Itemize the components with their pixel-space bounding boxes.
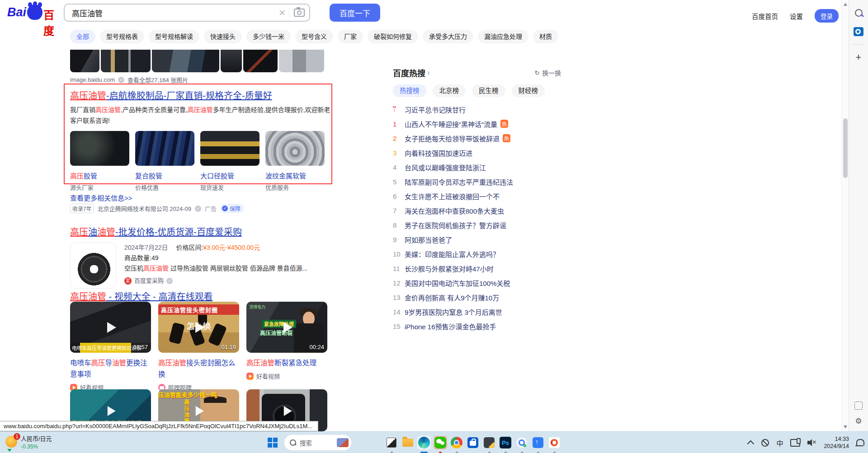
hot-item[interactable]: 6女生许愿不上班被浪撤回一个不: [393, 189, 561, 203]
product-image[interactable]: [135, 131, 194, 166]
hot-item[interactable]: 9阿如那当爸爸了: [393, 232, 561, 247]
hot-item[interactable]: 3向着科技强国加速迈进: [393, 145, 561, 160]
hot-tab-trending[interactable]: 热搜榜: [393, 84, 426, 97]
camera-icon[interactable]: [289, 9, 309, 17]
taskbar-clock[interactable]: 14:33 2024/9/14: [824, 435, 849, 450]
notes-app-icon[interactable]: [482, 436, 496, 449]
hot-item[interactable]: 15iPhone 16预售沙漠金色最抢手: [393, 319, 561, 333]
video-result-title[interactable]: 高压油管 - 视频大全 - 高清在线观看: [70, 290, 213, 303]
taskbar-search[interactable]: 搜索: [284, 434, 352, 451]
tab-quick-connector[interactable]: 快速接头: [204, 30, 242, 43]
page-scrollbar[interactable]: [841, 0, 849, 431]
purchase-description[interactable]: 空压机高压油管 过导热油胶管 两层钢丝胶管 佰源品牌 景县佰源...: [124, 263, 307, 274]
tab-material[interactable]: 材质: [533, 30, 558, 43]
refresh-button[interactable]: ↻换一换: [534, 68, 561, 77]
tab-spec-explain[interactable]: 型号规格解读: [149, 30, 199, 43]
chrome-icon[interactable]: [450, 436, 463, 449]
tab-leak[interactable]: 漏油应急处理: [478, 30, 528, 43]
ad-result-title[interactable]: 高压油管-启航橡胶制品-厂家直销-规格齐全-质量好: [70, 89, 272, 102]
screenshot-icon[interactable]: [852, 399, 865, 412]
hot-item[interactable]: 10美媒：印度能阻止富人外逃吗？: [393, 247, 561, 261]
nav-settings-link[interactable]: 设置: [790, 11, 803, 21]
product-image[interactable]: [70, 131, 129, 166]
hot-tab-livelihood[interactable]: 民生榜: [472, 84, 505, 97]
sidebar-search-icon[interactable]: [852, 6, 865, 19]
product-image[interactable]: [200, 131, 259, 166]
docs-app-icon[interactable]: [531, 436, 545, 449]
weather-widget[interactable]: 1 人民币/日元-0.35%: [5, 434, 52, 450]
cast-icon[interactable]: [790, 439, 800, 447]
guarantee-badge[interactable]: ✓保障: [220, 204, 244, 213]
hot-search-title[interactable]: 百度热搜: [393, 67, 425, 79]
strip-image[interactable]: [70, 50, 99, 72]
hot-item[interactable]: 13金价再创新高 有人9个月赚10万: [393, 290, 561, 304]
wechat-icon[interactable]: [434, 436, 447, 449]
hot-tab-beijing[interactable]: 北京榜: [433, 84, 466, 97]
product-caption[interactable]: 大口径胶管: [200, 171, 259, 180]
tab-spec-table[interactable]: 型号规格表: [100, 30, 144, 43]
task-view-icon[interactable]: [385, 436, 398, 449]
product-caption[interactable]: 波纹金属软管: [265, 171, 325, 180]
view-all-images-link[interactable]: 查看全部27,164 张图片: [127, 75, 188, 84]
hot-item[interactable]: 2女子拒绝每天给领导带饭被辞退热: [393, 131, 561, 145]
hot-item[interactable]: 11长沙舰与外舰紧张对峙47小时: [393, 261, 561, 276]
hot-tab-finance[interactable]: 财经榜: [512, 84, 545, 97]
volume-muted-icon[interactable]: ✕: [807, 439, 816, 446]
image-source-domain[interactable]: image.baidu.com: [70, 76, 115, 83]
tab-all[interactable]: 全部: [70, 30, 95, 43]
search-box[interactable]: ✕: [64, 4, 310, 22]
tab-factory[interactable]: 厂家: [338, 30, 363, 43]
tab-repair[interactable]: 破裂如何修复: [368, 30, 418, 43]
outlook-icon[interactable]: [852, 25, 865, 38]
strip-image[interactable]: [279, 50, 324, 72]
nav-home-link[interactable]: 百度首页: [752, 11, 778, 21]
product-caption[interactable]: 复合胶管: [135, 171, 194, 180]
video-caption[interactable]: 电喷车高压导油管更换注意事项: [70, 357, 151, 380]
do-not-disturb-icon[interactable]: [761, 439, 769, 447]
strip-image[interactable]: [243, 50, 278, 72]
video-thumbnail[interactable]: 电喷车高压导油管更换知识讲解 02:57: [70, 302, 151, 353]
tab-model-meaning[interactable]: 型号含义: [295, 30, 333, 43]
strip-image[interactable]: [152, 50, 219, 72]
strip-image[interactable]: [221, 50, 242, 72]
more-info-link[interactable]: 查看更多相关信息>>: [70, 193, 132, 202]
scroll-up-arrow-icon[interactable]: [844, 3, 847, 6]
ime-indicator[interactable]: 中: [776, 438, 783, 448]
file-explorer-icon[interactable]: [401, 436, 415, 449]
search-input[interactable]: [71, 8, 275, 18]
add-sidebar-item-icon[interactable]: +: [852, 51, 865, 64]
product-image[interactable]: [265, 131, 325, 166]
quark-browser-icon[interactable]: [515, 436, 528, 449]
gear-icon[interactable]: ⚙: [855, 416, 862, 426]
purchase-result-title[interactable]: 高压油油管-批发价格-优质货源-百度爱采购: [70, 225, 307, 238]
hot-item[interactable]: 149岁男孩医院内窒息 3个月后离世: [393, 304, 561, 319]
hot-item[interactable]: 8男子在医院伺机偷孩子？警方辟谣: [393, 218, 561, 232]
microsoft-store-icon[interactable]: [466, 436, 480, 449]
hot-item[interactable]: 5陆军原副司令员邓志平严重违纪违法: [393, 174, 561, 189]
start-button[interactable]: [268, 438, 278, 448]
hot-item[interactable]: 4台风或以巅峰强度登陆浙江: [393, 160, 561, 174]
product-caption[interactable]: 高压胶管: [70, 171, 129, 180]
notification-bell-icon[interactable]: [856, 439, 864, 445]
edge-icon[interactable]: [417, 436, 431, 449]
browser-app-icon[interactable]: [547, 436, 561, 449]
tray-expand-icon[interactable]: [747, 440, 755, 447]
hot-item[interactable]: 12美国对中国电动汽车加征100%关税: [393, 276, 561, 290]
scroll-down-arrow-icon[interactable]: [844, 425, 847, 429]
baidu-logo[interactable]: Bai du 百度: [7, 3, 57, 23]
video-thumbnail[interactable]: 顶博电力 紧急故障处理 高压油管断裂 00:24: [246, 302, 327, 353]
strip-image[interactable]: [101, 50, 151, 72]
tab-pressure[interactable]: 承受多大压力: [423, 30, 473, 43]
purchase-thumbnail[interactable]: [70, 243, 116, 289]
video-caption[interactable]: 高压油管断裂紧急处理: [246, 357, 327, 369]
video-caption[interactable]: 高压油管接头密封圈怎么换: [158, 357, 239, 380]
login-button[interactable]: 登录: [815, 9, 839, 23]
clear-icon[interactable]: ✕: [275, 8, 289, 18]
video-thumbnail[interactable]: 高压油管接头密封圈 怎么换 01:19: [158, 302, 239, 353]
hot-item[interactable]: 7海关在泡面杯中查获800条大麦虫: [393, 203, 561, 218]
scrollbar-thumb[interactable]: [843, 118, 848, 178]
search-button[interactable]: 百度一下: [330, 4, 380, 22]
photoshop-icon[interactable]: Ps: [499, 436, 512, 449]
hot-item[interactable]: 1山西人不午睡迎接“黑神话”流量热: [393, 117, 561, 131]
hot-item[interactable]: ↑习近平总书记陕甘行: [393, 102, 561, 117]
